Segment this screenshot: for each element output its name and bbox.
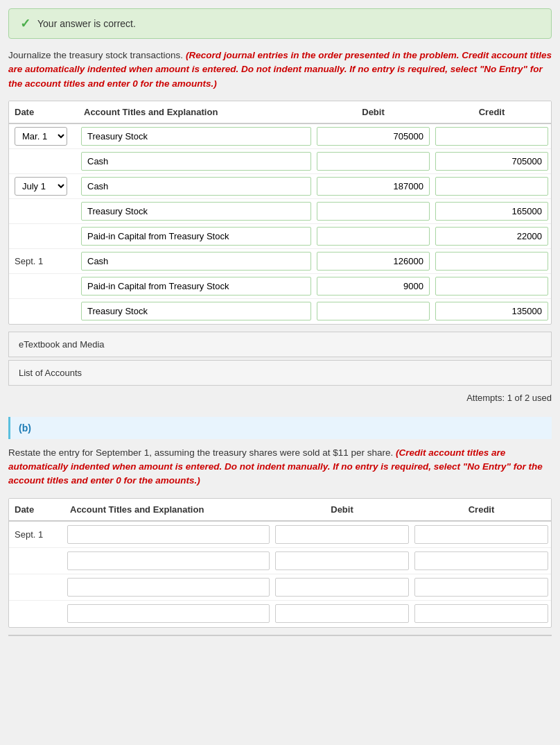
account-input[interactable] xyxy=(81,252,311,271)
date-label-sept1: Sept. 1 xyxy=(15,256,43,266)
table-row-b xyxy=(9,548,551,574)
date-cell-july1: Mar. 1 July 1 Sept. 1 xyxy=(9,174,78,198)
account-input[interactable] xyxy=(81,277,311,296)
table-row-b xyxy=(9,601,551,627)
account-input[interactable] xyxy=(81,127,311,146)
section-b-label: (b) xyxy=(19,422,31,434)
table-row: Mar. 1 July 1 Sept. 1 xyxy=(9,124,551,149)
credit-input[interactable] xyxy=(435,127,548,146)
list-accounts-button[interactable]: List of Accounts xyxy=(8,360,552,386)
credit-cell xyxy=(432,299,551,323)
table-row: Mar. 1 July 1 Sept. 1 xyxy=(9,174,551,199)
account-cell xyxy=(78,199,314,223)
debit-input-b-4[interactable] xyxy=(275,604,409,623)
date-select-mar1[interactable]: Mar. 1 July 1 Sept. 1 xyxy=(15,127,67,146)
credit-cell xyxy=(432,174,551,198)
account-cell-b xyxy=(64,601,272,626)
debit-input[interactable] xyxy=(317,277,430,296)
debit-input[interactable] xyxy=(317,202,430,221)
table-header-a: Date Account Titles and Explanation Debi… xyxy=(9,101,551,124)
date-cell-b-empty xyxy=(9,611,64,617)
success-banner: ✓ Your answer is correct. xyxy=(8,8,552,39)
header-b-credit: Credit xyxy=(412,504,551,515)
date-cell-b-empty xyxy=(9,558,64,563)
debit-input[interactable] xyxy=(317,152,430,171)
date-cell-sept1: Sept. 1 xyxy=(9,253,78,269)
restate-normal-text: Restate the entry for September 1, assum… xyxy=(8,447,393,458)
credit-input-b-1[interactable] xyxy=(414,525,548,544)
debit-cell xyxy=(314,149,432,173)
account-cell xyxy=(78,224,314,248)
date-cell-empty xyxy=(9,233,78,239)
credit-input-b-3[interactable] xyxy=(414,578,548,597)
account-input-b-2[interactable] xyxy=(67,551,270,570)
journal-table-b: Date Account Titles and Explanation Debi… xyxy=(8,498,552,628)
instruction-b: Restate the entry for September 1, assum… xyxy=(8,446,552,488)
account-input[interactable] xyxy=(81,202,311,221)
credit-input-b-4[interactable] xyxy=(414,604,548,623)
credit-cell-b xyxy=(412,575,551,599)
credit-cell xyxy=(432,149,551,173)
instruction-normal-text: Journalize the treasury stock transactio… xyxy=(8,50,183,60)
debit-input[interactable] xyxy=(317,127,430,146)
credit-input[interactable] xyxy=(435,152,548,171)
credit-input[interactable] xyxy=(435,252,548,271)
journal-table-a: Date Account Titles and Explanation Debi… xyxy=(8,101,552,325)
date-cell-empty xyxy=(9,309,78,314)
debit-cell xyxy=(314,224,432,248)
bottom-divider xyxy=(8,635,552,636)
table-row xyxy=(9,199,551,224)
credit-input[interactable] xyxy=(435,202,548,221)
table-row xyxy=(9,274,551,299)
account-cell xyxy=(78,299,314,323)
credit-input[interactable] xyxy=(435,177,548,196)
account-input[interactable] xyxy=(81,177,311,196)
credit-input[interactable] xyxy=(435,302,548,320)
date-cell-empty xyxy=(9,283,78,289)
account-cell xyxy=(78,124,314,148)
date-cell-empty xyxy=(9,158,78,164)
debit-input[interactable] xyxy=(317,227,430,246)
debit-cell xyxy=(314,299,432,323)
credit-input[interactable] xyxy=(435,277,548,296)
account-input[interactable] xyxy=(81,227,311,246)
debit-input-b-2[interactable] xyxy=(275,551,409,570)
date-cell-b-sept1: Sept. 1 xyxy=(9,526,64,542)
credit-cell-b xyxy=(412,601,551,626)
account-cell xyxy=(78,274,314,298)
success-message: Your answer is correct. xyxy=(37,18,136,29)
credit-cell xyxy=(432,224,551,248)
account-input-b-3[interactable] xyxy=(67,578,270,597)
credit-input[interactable] xyxy=(435,227,548,246)
account-cell-b xyxy=(64,575,272,599)
account-cell xyxy=(78,249,314,273)
account-cell xyxy=(78,174,314,198)
debit-input-b-1[interactable] xyxy=(275,525,409,544)
attempts-text: Attempts: 1 of 2 used xyxy=(8,388,552,407)
date-select-july1[interactable]: Mar. 1 July 1 Sept. 1 xyxy=(15,177,67,196)
account-input-b-1[interactable] xyxy=(67,525,270,544)
date-cell-empty xyxy=(9,208,78,214)
account-input[interactable] xyxy=(81,302,311,320)
debit-input[interactable] xyxy=(317,302,430,320)
account-input-b-4[interactable] xyxy=(67,604,270,623)
checkmark-icon: ✓ xyxy=(20,16,30,31)
debit-input[interactable] xyxy=(317,252,430,271)
account-input[interactable] xyxy=(81,152,311,171)
credit-cell xyxy=(432,274,551,298)
debit-input[interactable] xyxy=(317,177,430,196)
credit-input-b-2[interactable] xyxy=(414,551,548,570)
debit-cell xyxy=(314,124,432,148)
debit-cell-b xyxy=(272,522,412,547)
date-label-b-sept1: Sept. 1 xyxy=(15,529,43,540)
credit-cell-b xyxy=(412,549,551,573)
table-row xyxy=(9,224,551,249)
date-cell-mar1: Mar. 1 July 1 Sept. 1 xyxy=(9,124,78,148)
debit-input-b-3[interactable] xyxy=(275,578,409,597)
debit-cell xyxy=(314,274,432,298)
table-row xyxy=(9,149,551,174)
account-cell-b xyxy=(64,522,272,547)
credit-cell xyxy=(432,199,551,223)
etextbook-button[interactable]: eTextbook and Media xyxy=(8,332,552,357)
table-row-b: Sept. 1 xyxy=(9,522,551,548)
